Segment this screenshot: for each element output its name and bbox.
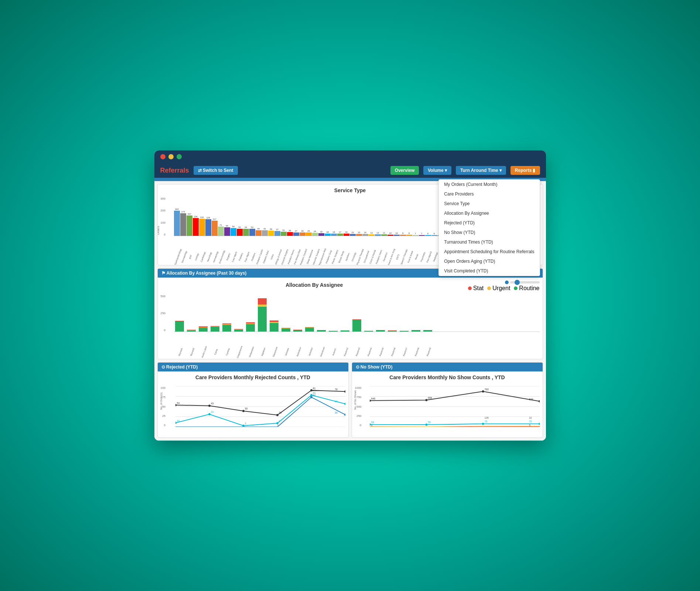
bar-value: 18 xyxy=(332,231,335,233)
svg-text:539: 539 xyxy=(529,398,533,401)
bar-col: 28Pediatric Neuro xyxy=(287,197,293,236)
bar-col: 14Occupational xyxy=(362,197,368,236)
bar-rect xyxy=(268,231,274,236)
alloc-xlabel: Appleton xyxy=(260,347,266,356)
bar-col: 39Ortho xyxy=(268,197,274,236)
alloc-xlabel: Rautom5 xyxy=(379,347,384,357)
bar-xlabel: Allergy & Immun xyxy=(274,249,282,265)
alloc-bar-col: Blurred1 xyxy=(174,295,185,332)
bar-rect xyxy=(413,235,419,236)
svg-text:20: 20 xyxy=(279,411,281,414)
alloc-xlabel: Rautom6 xyxy=(390,347,396,357)
svg-point-0 xyxy=(505,281,509,284)
bar-value: 6 xyxy=(434,232,435,235)
y-axis-title: Orders xyxy=(157,226,160,235)
bar-rect xyxy=(262,230,268,236)
bar-rect xyxy=(237,229,243,236)
no-show-chart-svg: 646 659 783 539 58 55 xyxy=(370,386,540,427)
bar-value: 6 xyxy=(427,232,428,235)
bar-value: 174 xyxy=(181,211,185,213)
alloc-xlabel: Rautom3 xyxy=(355,347,360,357)
bar-value: 11 xyxy=(383,232,385,234)
allocation-inner: Allocation By Assignee Stat xyxy=(158,278,543,359)
overview-button[interactable]: Overview xyxy=(390,166,419,175)
dropdown-item-appt-scheduling[interactable]: Appointment Scheduling for Routine Refer… xyxy=(439,247,539,257)
bar-col: 31General Surgery xyxy=(281,197,287,236)
bar-rect xyxy=(419,235,425,236)
minimize-button[interactable] xyxy=(168,154,174,159)
svg-text:10: 10 xyxy=(177,420,180,422)
alloc-xlabel: Audia Lopez xyxy=(201,346,207,358)
dropdown-item-turnaround[interactable]: Turnaround Times (YTD) xyxy=(439,237,539,247)
svg-text:75: 75 xyxy=(484,420,487,423)
turnaround-button[interactable]: Turn Around Time ▾ xyxy=(456,166,506,175)
bar-value: 19 xyxy=(320,231,322,233)
bar-rect xyxy=(306,232,312,236)
bar-rect xyxy=(344,234,349,236)
dropdown-item-allocation[interactable]: Allocation By Assignee xyxy=(439,208,539,218)
dropdown-item-open-orders[interactable]: Open Orders Aging (YTD) xyxy=(439,257,539,266)
bar-value: 17 xyxy=(339,231,341,233)
alloc-xlabel: Carlos xyxy=(214,349,218,355)
alloc-bar-col: Cynthia xyxy=(221,295,232,332)
dropdown-item-service-type[interactable]: Service Type xyxy=(439,199,539,208)
bar-col: 27Pan Breast Med xyxy=(293,197,299,236)
bar-col: 17Breast Study xyxy=(337,197,343,236)
bar-rect xyxy=(350,234,356,236)
bar-xlabel: Pediatric Intern xyxy=(375,249,382,264)
bar-xlabel: ENT xyxy=(188,254,192,259)
svg-text:9: 9 xyxy=(279,420,280,422)
browser-titlebar xyxy=(154,150,546,163)
bar-col: 19Reproductive Med xyxy=(318,197,324,236)
bar-xlabel: Diabetic Educ xyxy=(262,250,269,264)
alloc-bar-col: Jackolover xyxy=(316,295,327,332)
rejected-chart-title: Care Providers Monthly Rejected Counts ,… xyxy=(161,374,345,380)
bar-rect xyxy=(406,235,412,236)
no-show-section-title: ⊙ No Show (YTD) xyxy=(356,364,393,370)
allocation-legend: Stat Urgent Routine xyxy=(468,281,540,292)
bar-col: 44Pediatric Cardio xyxy=(256,197,262,236)
bar-xlabel: Occupational xyxy=(363,251,370,264)
alloc-bar-col: Rautom6 xyxy=(387,295,398,332)
bar-rect xyxy=(281,232,287,236)
legend-stat-label: Stat xyxy=(473,285,484,292)
bar-value: 37 xyxy=(276,228,279,231)
bar-value: 10 xyxy=(389,232,392,234)
bar-rect xyxy=(193,218,199,236)
bar-value: 65 xyxy=(226,225,228,227)
bar-value: 15 xyxy=(351,231,354,234)
bar-xlabel: Plastic Surgery xyxy=(331,249,338,264)
bar-col: 18Plastic Surgery xyxy=(331,197,337,236)
maximize-button[interactable] xyxy=(177,154,182,159)
close-button[interactable] xyxy=(160,154,165,159)
svg-point-43 xyxy=(425,399,427,401)
dropdown-item-my-orders[interactable]: My Orders (Current Month) xyxy=(439,180,539,189)
svg-point-12 xyxy=(276,414,279,416)
bar-rect xyxy=(174,211,180,236)
bar-xlabel: Psychiatry xyxy=(420,252,426,262)
bar-rect xyxy=(356,234,362,236)
rejected-section-title: ⊙ Rejected (YTD) xyxy=(161,364,198,370)
bar-xlabel: Ortho xyxy=(270,254,274,260)
dropdown-item-visit-completed[interactable]: Visit Completed (YTD) xyxy=(439,266,539,276)
bar-col: 10Hand & Arm Surg xyxy=(387,197,393,236)
bar-col: 7Psychiatry xyxy=(419,197,425,236)
svg-text:30: 30 xyxy=(245,407,247,410)
alloc-bar-col: Rautom8 xyxy=(410,295,421,332)
bar-col: 194Gastroenterology xyxy=(174,197,180,236)
reports-button[interactable]: Reports ▮ xyxy=(511,166,540,175)
bar-rect xyxy=(249,229,255,236)
dropdown-item-care-providers[interactable]: Care Providers xyxy=(439,189,539,199)
allocation-section-title: ⚑ Allocation By Assignee (Past 30 days) xyxy=(161,271,247,276)
bar-col: 117Hematology xyxy=(212,197,218,236)
alloc-bar-col: Rautom5 xyxy=(375,295,386,332)
dropdown-item-no-show[interactable]: No Show (YTD) xyxy=(439,228,539,237)
alloc-xlabel: Rautom9 xyxy=(426,347,431,357)
svg-text:6: 6 xyxy=(529,424,530,427)
alloc-xlabel: Diokandres xyxy=(248,346,254,358)
switch-to-sent-button[interactable]: ⇄ Switch to Sent xyxy=(194,166,238,175)
dropdown-item-rejected[interactable]: Rejected (YTD) xyxy=(439,218,539,228)
bar-rect xyxy=(256,230,262,236)
bar-col: 24Vascular Surgery xyxy=(312,197,318,236)
volume-button[interactable]: Volume ▾ xyxy=(423,166,451,175)
